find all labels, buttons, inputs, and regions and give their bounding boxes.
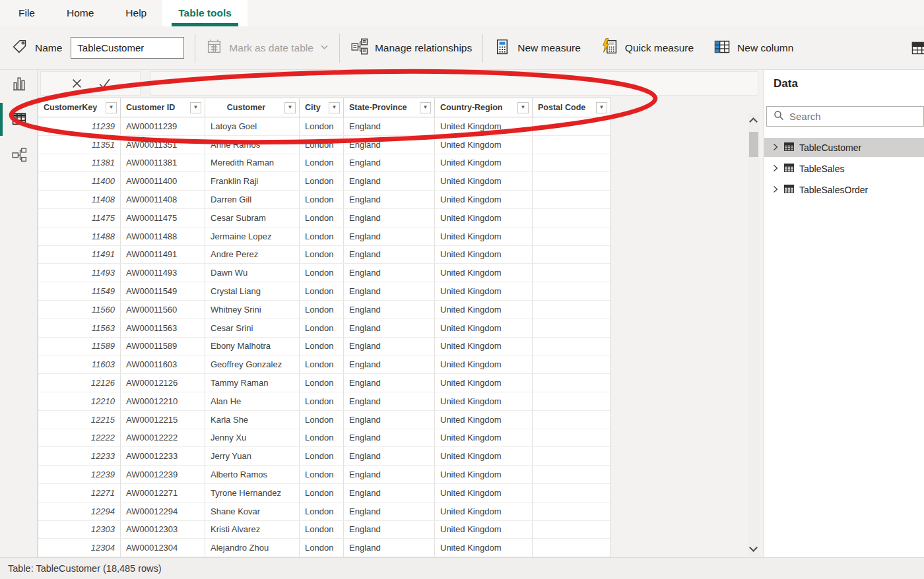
cell-customer-id[interactable]: AW00011351: [121, 136, 205, 154]
cell-country-region[interactable]: United Kingdom: [435, 172, 533, 190]
cell-postal-code[interactable]: [533, 154, 610, 172]
cell-city[interactable]: London: [300, 172, 344, 190]
cell-country-region[interactable]: United Kingdom: [435, 117, 533, 135]
filter-dropdown-icon[interactable]: ▼: [517, 102, 529, 113]
cell-state-province[interactable]: England: [344, 117, 435, 135]
cell-state-province[interactable]: England: [344, 282, 435, 300]
column-header[interactable]: Customer ▼: [205, 98, 300, 117]
filter-dropdown-icon[interactable]: ▼: [106, 102, 117, 113]
cell-state-province[interactable]: England: [344, 411, 435, 429]
ribbon-tab[interactable]: Table tools: [162, 0, 248, 26]
cell-state-province[interactable]: England: [344, 319, 435, 337]
cell-state-province[interactable]: England: [344, 521, 435, 539]
cell-state-province[interactable]: England: [344, 228, 435, 245]
cell-postal-code[interactable]: [533, 136, 610, 154]
cell-state-province[interactable]: England: [344, 484, 435, 502]
commit-check-icon[interactable]: [98, 77, 111, 90]
cell-customer-key[interactable]: 12239: [38, 466, 121, 483]
cell-customer-key[interactable]: 11549: [38, 282, 121, 300]
cell-city[interactable]: London: [300, 466, 344, 483]
cell-city[interactable]: London: [300, 319, 344, 337]
cell-customer-name[interactable]: Karla She: [205, 411, 300, 429]
cell-city[interactable]: London: [300, 374, 344, 392]
cell-customer-id[interactable]: AW00012215: [121, 411, 205, 429]
cell-postal-code[interactable]: [533, 539, 610, 557]
cell-city[interactable]: London: [300, 503, 344, 520]
cell-country-region[interactable]: United Kingdom: [435, 503, 533, 520]
cell-customer-name[interactable]: Cesar Subram: [205, 209, 300, 227]
cell-customer-id[interactable]: AW00012222: [121, 429, 205, 447]
cell-state-province[interactable]: England: [344, 264, 435, 282]
cell-customer-id[interactable]: AW00011488: [121, 228, 205, 245]
cell-country-region[interactable]: United Kingdom: [435, 282, 533, 300]
cell-customer-key[interactable]: 12271: [38, 484, 121, 502]
cell-country-region[interactable]: United Kingdom: [435, 191, 533, 208]
cell-country-region[interactable]: United Kingdom: [435, 484, 533, 502]
cell-country-region[interactable]: United Kingdom: [435, 411, 533, 429]
cell-customer-id[interactable]: AW00012126: [121, 374, 205, 392]
cell-country-region[interactable]: United Kingdom: [435, 301, 533, 319]
cell-customer-name[interactable]: Alan He: [205, 392, 300, 410]
filter-dropdown-icon[interactable]: ▼: [420, 102, 431, 113]
cell-customer-name[interactable]: Kristi Alvarez: [205, 521, 300, 539]
cell-postal-code[interactable]: [533, 447, 610, 465]
cell-customer-key[interactable]: 12222: [38, 429, 121, 447]
cell-customer-key[interactable]: 11475: [38, 209, 121, 227]
column-header[interactable]: CustomerKey ▼: [38, 98, 121, 117]
cell-customer-id[interactable]: AW00011475: [121, 209, 205, 227]
cell-city[interactable]: London: [300, 209, 344, 227]
cell-postal-code[interactable]: [533, 301, 610, 319]
ribbon-tab[interactable]: File: [3, 0, 51, 26]
cell-postal-code[interactable]: [533, 209, 610, 227]
cell-customer-name[interactable]: Anne Ramos: [205, 136, 300, 154]
cell-state-province[interactable]: England: [344, 209, 435, 227]
cell-city[interactable]: London: [300, 521, 344, 539]
new-measure-button[interactable]: New measure: [494, 38, 581, 58]
cell-customer-name[interactable]: Geoffrey Gonzalez: [205, 355, 300, 373]
cell-postal-code[interactable]: [533, 338, 610, 355]
mark-as-date-table-button[interactable]: Mark as date table: [206, 38, 329, 57]
filter-dropdown-icon[interactable]: ▼: [284, 102, 296, 113]
cell-country-region[interactable]: United Kingdom: [435, 209, 533, 227]
cell-customer-key[interactable]: 12126: [38, 374, 121, 392]
cell-customer-key[interactable]: 12304: [38, 539, 121, 557]
filter-dropdown-icon[interactable]: ▼: [190, 102, 201, 113]
cell-state-province[interactable]: England: [344, 301, 435, 319]
cell-city[interactable]: London: [300, 117, 344, 135]
cell-customer-id[interactable]: AW00011560: [121, 301, 205, 319]
cell-state-province[interactable]: England: [344, 355, 435, 373]
cell-customer-name[interactable]: Tyrone Hernandez: [205, 484, 300, 502]
cell-customer-name[interactable]: Meredith Raman: [205, 154, 300, 172]
cell-postal-code[interactable]: [533, 264, 610, 282]
cell-state-province[interactable]: England: [344, 374, 435, 392]
cell-city[interactable]: London: [300, 191, 344, 208]
cancel-icon[interactable]: [70, 77, 83, 90]
table-name-input[interactable]: [71, 37, 184, 59]
cell-state-province[interactable]: England: [344, 429, 435, 447]
cell-country-region[interactable]: United Kingdom: [435, 429, 533, 447]
quick-measure-button[interactable]: Quick measure: [601, 38, 694, 58]
cell-state-province[interactable]: England: [344, 447, 435, 465]
search-box[interactable]: [766, 106, 924, 127]
cell-state-province[interactable]: England: [344, 392, 435, 410]
column-header[interactable]: Country-Region ▼: [435, 98, 533, 117]
cell-customer-name[interactable]: Andre Perez: [205, 246, 300, 264]
cell-customer-key[interactable]: 11400: [38, 172, 121, 190]
cell-postal-code[interactable]: [533, 374, 610, 392]
cell-customer-id[interactable]: AW00011563: [121, 319, 205, 337]
new-column-button[interactable]: New column: [713, 38, 793, 58]
cell-customer-name[interactable]: Crystal Liang: [205, 282, 300, 300]
manage-relationships-button[interactable]: Manage relationships: [350, 38, 472, 58]
cell-city[interactable]: London: [300, 447, 344, 465]
cell-country-region[interactable]: United Kingdom: [435, 447, 533, 465]
field-table-item[interactable]: TableSalesOrder: [764, 180, 924, 199]
cell-city[interactable]: London: [300, 282, 344, 300]
cell-customer-name[interactable]: Jenny Xu: [205, 429, 300, 447]
cell-city[interactable]: London: [300, 136, 344, 154]
cell-postal-code[interactable]: [533, 282, 610, 300]
search-input[interactable]: [789, 111, 923, 122]
ribbon-tab[interactable]: Help: [110, 0, 162, 26]
scrollbar-thumb[interactable]: [749, 132, 758, 157]
cell-postal-code[interactable]: [533, 466, 610, 483]
cell-country-region[interactable]: United Kingdom: [435, 392, 533, 410]
